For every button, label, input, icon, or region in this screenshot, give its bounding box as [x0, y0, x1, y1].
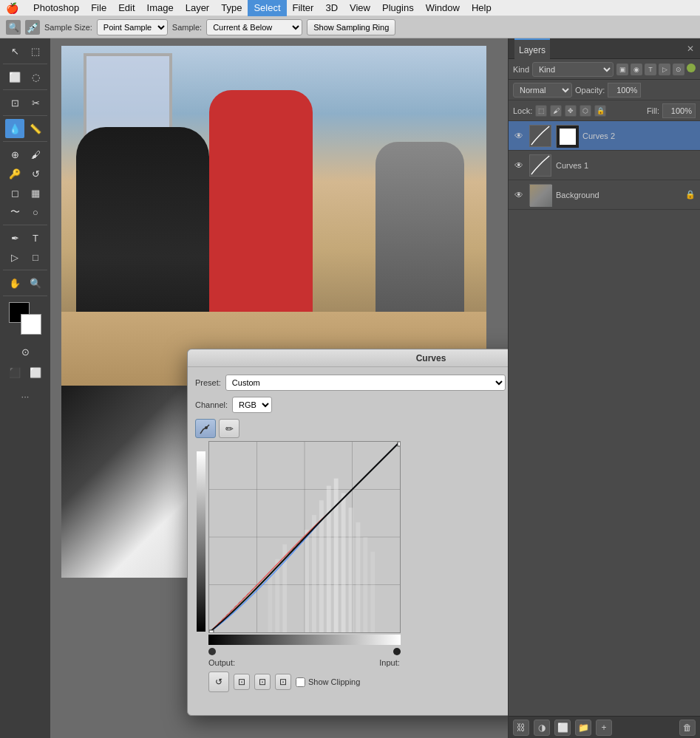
brush-tool[interactable]: 🖌	[26, 145, 45, 164]
input-black-point[interactable]	[208, 648, 216, 655]
background-color[interactable]	[21, 314, 41, 335]
menu-file[interactable]: File	[85, 0, 112, 16]
layer-item-curves1[interactable]: 👁 Curves 1	[509, 151, 700, 180]
lock-all-btn[interactable]: 🔒	[594, 105, 606, 117]
svg-rect-8	[312, 515, 316, 632]
delete-layer-btn[interactable]: 🗑	[679, 720, 696, 736]
menu-help[interactable]: Help	[466, 0, 497, 16]
layer-item-background[interactable]: 👁 Background 🔒	[509, 180, 700, 210]
white-point-sampler[interactable]: ⊡	[275, 674, 291, 690]
lock-paint-btn[interactable]: 🖌	[550, 105, 562, 117]
menu-layer[interactable]: Layer	[180, 0, 216, 16]
more-tools-btn[interactable]: ···	[16, 386, 35, 406]
input-slider-row	[208, 646, 401, 655]
screen-mode-btn[interactable]: ⬛	[5, 363, 24, 382]
main-area: ↖ ⬚ ⬜ ◌ ⊡ ✂ 💧 📏 ⊕ 🖌	[0, 38, 700, 738]
gradient-tool[interactable]: ▦	[26, 183, 45, 202]
history-brush[interactable]: ↺	[26, 164, 45, 183]
black-point-sampler[interactable]: ⊡	[234, 674, 250, 690]
input-white-point[interactable]	[393, 648, 401, 655]
lock-move-btn[interactable]: ✥	[565, 105, 577, 117]
adjustment-filter-icon[interactable]: ◉	[631, 64, 642, 75]
measure-tool[interactable]: 📏	[26, 119, 45, 138]
sample-select[interactable]: Current & Below	[206, 19, 302, 35]
move-tool[interactable]: ↖	[5, 41, 24, 61]
channel-select[interactable]: RGB	[232, 397, 272, 413]
rect-select-tool[interactable]: ⬜	[5, 67, 24, 86]
fill-input[interactable]	[662, 103, 696, 118]
apple-menu[interactable]: 🍎	[6, 2, 18, 14]
panel-close-btn[interactable]: ✕	[687, 44, 694, 54]
menu-filter[interactable]: Filter	[287, 0, 320, 16]
menu-edit[interactable]: Edit	[112, 0, 140, 16]
blur-tool[interactable]: 〜	[5, 202, 24, 222]
pixel-filter-icon[interactable]: ▣	[616, 64, 628, 75]
main-canvas[interactable]	[61, 46, 486, 386]
reset-btn[interactable]: ↺	[208, 672, 229, 692]
link-layers-btn[interactable]: ⛓	[513, 720, 529, 736]
create-layer-btn[interactable]: +	[596, 720, 612, 736]
show-sampling-ring-btn[interactable]: Show Sampling Ring	[307, 19, 395, 35]
screen-mode-alt[interactable]: ⬜	[26, 363, 45, 382]
add-adjustment-btn[interactable]: ◑	[534, 720, 550, 736]
clone-tool[interactable]: 🔑	[5, 164, 24, 183]
text-tool[interactable]: T	[26, 228, 45, 247]
menu-image[interactable]: Image	[141, 0, 180, 16]
menu-view[interactable]: View	[344, 0, 376, 16]
crop-tool[interactable]: ⊡	[5, 93, 24, 112]
opacity-input[interactable]	[608, 83, 641, 98]
add-mask-btn[interactable]: ⬜	[554, 720, 571, 736]
zoom-tool[interactable]: 🔍	[26, 273, 45, 293]
blend-mode-select[interactable]: Normal	[513, 83, 572, 98]
svg-rect-12	[341, 493, 346, 632]
pen-tool[interactable]: ✒	[5, 228, 24, 247]
type-filter-icon[interactable]: T	[645, 64, 656, 75]
spot-heal-tool[interactable]: ⊕	[5, 145, 24, 164]
layer-visibility-curves2[interactable]: 👁	[513, 130, 525, 142]
lock-transparent-btn[interactable]: ⬚	[535, 105, 547, 117]
output-gradient-col	[195, 441, 207, 633]
eyedropper-tool-btn[interactable]: 💉	[25, 20, 40, 35]
sample-label: Sample:	[172, 23, 202, 32]
preset-select[interactable]: Custom	[225, 375, 506, 391]
tool-group-crop: ⊡ ✂	[3, 93, 47, 116]
smart-filter-icon[interactable]: ⊙	[673, 64, 684, 75]
layer-thumb-curves2	[529, 125, 551, 147]
layer-visibility-curves1[interactable]: 👁	[513, 160, 525, 171]
path-select-tool[interactable]: ▷	[5, 247, 24, 267]
eyedropper-icon[interactable]: 🔍	[6, 20, 21, 35]
menu-photoshop[interactable]: Photoshop	[27, 0, 85, 16]
menu-select[interactable]: Select	[248, 0, 286, 16]
create-group-btn[interactable]: 📁	[575, 720, 591, 736]
show-clipping-checkbox[interactable]	[296, 677, 305, 687]
layer-item-curves2[interactable]: 👁 Curves 2	[509, 121, 700, 151]
lock-artboards-btn[interactable]: ⬡	[580, 105, 591, 117]
filter-active-icon[interactable]	[687, 64, 696, 72]
shape-filter-icon[interactable]: ▷	[659, 64, 670, 75]
menu-plugins[interactable]: Plugins	[376, 0, 420, 16]
eraser-tool[interactable]: ◻	[5, 183, 24, 202]
lasso-tool[interactable]: ◌	[26, 67, 45, 86]
menu-3d[interactable]: 3D	[319, 0, 344, 16]
curve-pencil-tool[interactable]: ✏	[219, 419, 239, 438]
layer-visibility-bg[interactable]: 👁	[513, 189, 525, 201]
layer-name-curves2: Curves 2	[582, 131, 615, 140]
dodge-tool[interactable]: ○	[26, 202, 45, 222]
curve-point-tool[interactable]	[195, 419, 216, 438]
hand-tool[interactable]: ✋	[5, 273, 24, 293]
kind-select[interactable]: Kind	[532, 62, 614, 77]
color-swatches[interactable]	[9, 302, 41, 335]
svg-rect-21	[209, 630, 214, 632]
quick-mask-btn[interactable]: ⊙	[16, 342, 35, 361]
shape-tool[interactable]: □	[26, 247, 45, 267]
layer-name-curves1: Curves 1	[556, 161, 588, 170]
eyedropper-tool[interactable]: 💧	[5, 119, 24, 138]
menu-type[interactable]: Type	[215, 0, 248, 16]
gray-point-sampler[interactable]: ⊡	[254, 674, 271, 690]
sample-size-select[interactable]: Point Sample	[97, 19, 168, 35]
curves-graph-container[interactable]	[208, 441, 401, 633]
menu-window[interactable]: Window	[420, 0, 466, 16]
artboard-tool[interactable]: ⬚	[26, 41, 45, 61]
slice-tool[interactable]: ✂	[26, 93, 45, 112]
layers-tab[interactable]: Layers	[514, 38, 550, 59]
